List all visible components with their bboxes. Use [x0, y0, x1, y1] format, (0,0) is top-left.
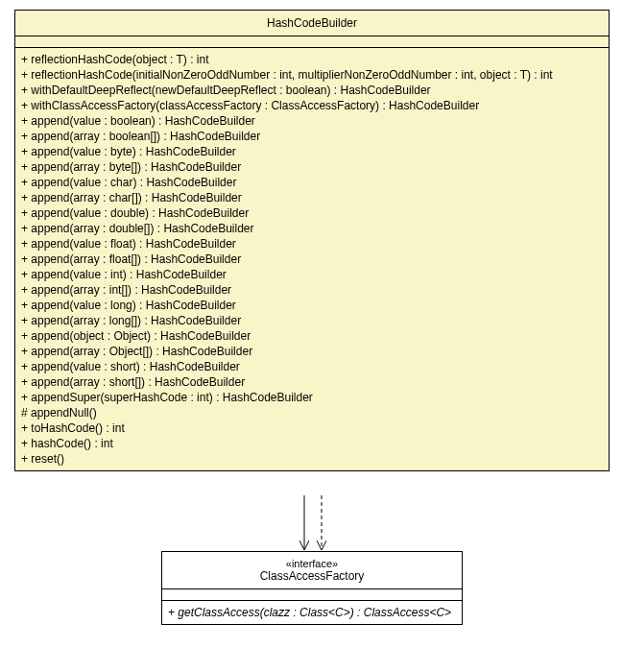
method-line: + hashCode() : int — [21, 436, 603, 451]
method-line: + append(array : char[]) : HashCodeBuild… — [21, 190, 603, 205]
method-line: + append(array : double[]) : HashCodeBui… — [21, 221, 603, 236]
method-line: + append(array : long[]) : HashCodeBuild… — [21, 313, 603, 328]
uml-class-hashcodebuilder: HashCodeBuilder + reflectionHashCode(obj… — [14, 10, 610, 471]
method-line: + append(array : byte[]) : HashCodeBuild… — [21, 159, 603, 175]
method-line: + reflectionHashCode(initialNonZeroOddNu… — [21, 67, 603, 83]
method-line: + append(array : short[]) : HashCodeBuil… — [21, 374, 603, 390]
method-line: + append(value : float) : HashCodeBuilde… — [21, 236, 603, 252]
method-line: + append(array : boolean[]) : HashCodeBu… — [21, 129, 603, 144]
method-line: + withDefaultDeepReflect(newDefaultDeepR… — [21, 83, 603, 98]
method-line: + append(value : int) : HashCodeBuilder — [21, 267, 603, 282]
method-line: + reset() — [21, 451, 603, 467]
class-name: HashCodeBuilder — [267, 16, 357, 30]
interface-attributes-empty — [162, 589, 462, 601]
interface-operations: + getClassAccess(clazz : Class<C>) : Cla… — [162, 601, 462, 624]
method-line: + append(object : Object) : HashCodeBuil… — [21, 328, 603, 344]
method-line: + append(value : char) : HashCodeBuilder — [21, 175, 603, 190]
method-line: + appendSuper(superHashCode : int) : Has… — [21, 390, 603, 405]
interface-name: ClassAccessFactory — [260, 569, 365, 583]
method-line: + append(value : byte) : HashCodeBuilder — [21, 144, 603, 159]
method-line: # appendNull() — [21, 405, 603, 420]
method-line-abstract: + getClassAccess(clazz : Class<C>) : Cla… — [168, 605, 456, 620]
stereotype-label: «interface» — [162, 558, 462, 569]
class-title-hashcodebuilder: HashCodeBuilder — [15, 11, 609, 36]
method-line: + append(value : boolean) : HashCodeBuil… — [21, 113, 603, 129]
method-line: + append(array : float[]) : HashCodeBuil… — [21, 252, 603, 267]
method-line: + append(array : Object[]) : HashCodeBui… — [21, 344, 603, 359]
method-line: + append(value : long) : HashCodeBuilder — [21, 298, 603, 313]
method-line: + append(value : short) : HashCodeBuilde… — [21, 359, 603, 374]
method-line: + append(array : int[]) : HashCodeBuilde… — [21, 282, 603, 298]
uml-interface-classaccessfactory: «interface» ClassAccessFactory + getClas… — [161, 551, 463, 625]
class-operations-hashcodebuilder: + reflectionHashCode(object : T) : int +… — [15, 48, 609, 470]
class-attributes-empty — [15, 36, 609, 48]
interface-title: «interface» ClassAccessFactory — [162, 552, 462, 589]
method-line: + withClassAccessFactory(classAccessFact… — [21, 98, 603, 113]
method-line: + append(value : double) : HashCodeBuild… — [21, 205, 603, 221]
method-line: + reflectionHashCode(object : T) : int — [21, 52, 603, 67]
method-line: + toHashCode() : int — [21, 420, 603, 436]
